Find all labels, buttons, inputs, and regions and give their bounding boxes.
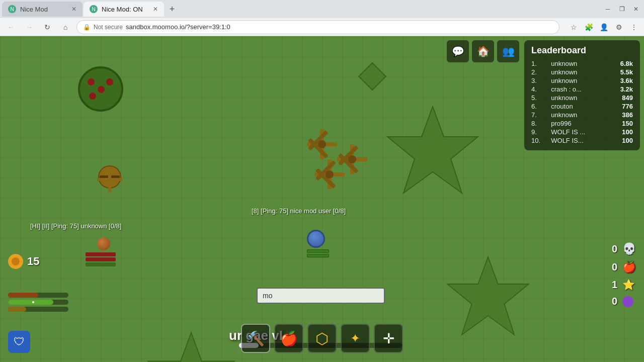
url-display: sandbox.moomoo.io/?server=39:1:0: [126, 23, 230, 31]
score-display: 15: [8, 254, 39, 269]
lb-entry-7: 7. unknown 386: [531, 111, 633, 119]
not-secure-label: Not secure: [94, 24, 123, 31]
bush-dot-1: [88, 78, 95, 85]
restore-button[interactable]: ❐: [616, 3, 628, 15]
lock-icon: 🔒: [83, 24, 91, 31]
tab-nice-mod-on[interactable]: N Nice Mod: ON ✕: [84, 2, 164, 17]
leaderboard: Leaderboard 1. unknown 6.8k 2. unknown 5…: [524, 40, 640, 150]
lb-score-2: 5.5k: [610, 68, 633, 76]
score-coin-icon: [8, 254, 23, 269]
tab-label-2: Nice Mod: ON: [102, 6, 143, 13]
windmill-3: [314, 159, 345, 190]
lb-score-5: 849: [610, 94, 633, 102]
extension-3[interactable]: ⚙: [613, 21, 625, 33]
star-3: [143, 328, 239, 362]
bush-dot-4: [89, 93, 96, 100]
other-player-bars: [86, 252, 116, 266]
player-body: [307, 230, 325, 248]
lb-rank-8: 8.: [531, 120, 551, 127]
cross-toolbar-icon: ✛: [383, 330, 394, 347]
extension-2[interactable]: 👤: [598, 21, 610, 33]
bookmark-button[interactable]: ☆: [568, 21, 580, 33]
tab-label-1: Nice Mod: [20, 6, 48, 13]
lb-entry-3: 3. unknown 3.6k: [531, 77, 633, 84]
shield-button[interactable]: 🛡: [8, 331, 30, 353]
kill-count: 0: [612, 243, 617, 255]
star-toolbar-icon: ✦: [350, 331, 360, 345]
home-button[interactable]: ⌂: [58, 20, 72, 34]
lb-rank-3: 3.: [531, 77, 551, 84]
coin-inner: [12, 257, 20, 265]
lb-rank-5: 5.: [531, 94, 551, 102]
chat-icon-btn[interactable]: 💬: [447, 40, 469, 62]
gems-count: 1: [612, 279, 617, 291]
bush-1: [78, 66, 123, 112]
lb-entry-9: 9. WOLF IS ... 100: [531, 128, 633, 136]
toolbar-slot-star[interactable]: ✦: [341, 324, 370, 353]
right-counters: 0 💀 0 🍎 1 ⭐ 0: [612, 242, 636, 307]
back-button[interactable]: ←: [4, 20, 18, 34]
lb-entry-4: 4. crash : o... 3.2k: [531, 85, 633, 93]
toolbar-slot-apple[interactable]: 🍎: [274, 324, 303, 353]
top-icons-bar: 💬 🏠 👥: [447, 40, 519, 62]
stat-bar-health: [8, 300, 68, 305]
tab-close-1[interactable]: ✕: [71, 6, 76, 13]
tab-favicon-2: N: [90, 5, 98, 13]
star-2: [443, 252, 533, 343]
refresh-button[interactable]: ↻: [40, 20, 54, 34]
lb-name-1: unknown: [551, 60, 610, 67]
stat-bars: [8, 293, 68, 312]
chat-input[interactable]: [257, 288, 385, 304]
stat-bar-food: [8, 293, 68, 298]
lb-rank-6: 6.: [531, 103, 551, 110]
hex-icon: ⬡: [315, 330, 329, 347]
lb-score-4: 3.2k: [610, 85, 633, 93]
player-name-label: [8] [Ping: 75] nice mod user [0/8]: [252, 207, 346, 215]
toolbar-slot-cross[interactable]: ✛: [374, 324, 403, 353]
svg-point-17: [326, 170, 334, 178]
players-icon-btn[interactable]: 👥: [497, 40, 519, 62]
lb-entry-2: 2. unknown 5.5k: [531, 68, 633, 76]
bush-dot-3: [106, 78, 113, 85]
hammer-icon: 🔨: [247, 330, 265, 347]
apple-icon: 🍎: [622, 260, 636, 274]
lb-score-3: 3.6k: [610, 77, 633, 84]
lb-entry-6: 6. crouton 776: [531, 103, 633, 110]
svg-rect-22: [97, 178, 122, 181]
diamond-1: [358, 62, 387, 91]
menu-button[interactable]: ⋮: [628, 21, 640, 33]
star-icon: ⭐: [622, 279, 635, 291]
address-box[interactable]: 🔒 Not secure sandbox.moomoo.io/?server=3…: [76, 20, 559, 34]
tab-nice-mod[interactable]: N Nice Mod ✕: [2, 2, 83, 17]
lb-name-10: WOLF IS...: [551, 137, 610, 144]
chat-input-container: [257, 288, 385, 304]
toolbar-slot-hex[interactable]: ⬡: [307, 324, 337, 353]
lb-entry-5: 5. unknown 849: [531, 94, 633, 102]
lb-entry-1: 1. unknown 6.8k: [531, 60, 633, 67]
lb-score-8: 150: [610, 120, 633, 127]
lb-rank-2: 2.: [531, 68, 551, 76]
player-platform: [307, 249, 329, 257]
svg-marker-2: [148, 333, 234, 363]
tab-favicon-1: N: [8, 5, 16, 13]
extension-1[interactable]: 🧩: [583, 21, 595, 33]
stat-bar-wood-fill: [8, 307, 26, 312]
close-button[interactable]: ✕: [630, 3, 642, 15]
svg-point-7: [318, 140, 326, 148]
lb-score-7: 386: [610, 111, 633, 119]
svg-marker-1: [447, 257, 529, 335]
tab-close-2[interactable]: ✕: [153, 6, 158, 13]
minimize-button[interactable]: ─: [602, 3, 614, 15]
stat-bar-wood: [8, 307, 68, 312]
cross-symbol: [97, 167, 122, 192]
stones-count: 0: [612, 296, 617, 307]
toolbar-slot-hammer[interactable]: 🔨: [241, 324, 270, 353]
other-player-orb: [97, 237, 110, 250]
inventory-icon-btn[interactable]: 🏠: [472, 40, 494, 62]
food-count: 0: [612, 261, 617, 273]
forward-button[interactable]: →: [22, 20, 36, 34]
new-tab-button[interactable]: +: [165, 2, 179, 16]
leaderboard-title: Leaderboard: [531, 45, 633, 56]
browser-chrome: N Nice Mod ✕ N Nice Mod: ON ✕ + ─ ❐ ✕ ← …: [0, 0, 644, 36]
window-controls: ─ ❐ ✕: [602, 3, 642, 15]
